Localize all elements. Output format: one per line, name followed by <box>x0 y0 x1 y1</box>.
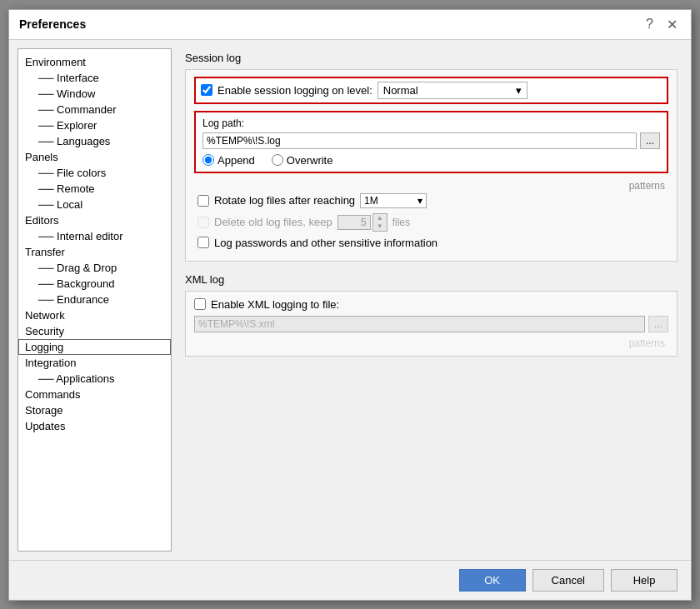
log-path-input-row: ... <box>202 132 660 149</box>
sidebar-item-remote[interactable]: ── Remote <box>18 181 171 197</box>
rotate-size-chevron: ▾ <box>418 195 422 207</box>
passwords-row: Log passwords and other sensitive inform… <box>198 237 665 249</box>
xml-path-input <box>194 316 645 332</box>
options-area: Rotate log files after reaching 1M ▾ Del… <box>194 193 668 249</box>
spin-buttons: ▲ ▼ <box>372 213 388 232</box>
passwords-label: Log passwords and other sensitive inform… <box>214 237 438 249</box>
log-path-input[interactable] <box>202 132 637 149</box>
patterns-link[interactable]: patterns <box>194 180 668 192</box>
help-button-footer[interactable]: Help <box>611 569 678 592</box>
sidebar-item-endurance[interactable]: ── Endurance <box>18 292 171 307</box>
sidebar-item-security[interactable]: Security <box>18 323 171 339</box>
session-log-header: Enable session logging on level: Normal … <box>194 77 668 104</box>
xml-browse-button[interactable]: ... <box>648 316 668 332</box>
delete-label: Delete old log files, keep <box>214 216 332 228</box>
sidebar-item-languages[interactable]: ── Languages <box>18 133 171 149</box>
log-level-dropdown[interactable]: Normal ▾ <box>378 82 528 99</box>
sidebar-item-drag-drop[interactable]: ── Drag & Drop <box>18 260 171 276</box>
main-content: Session log Enable session logging on le… <box>180 48 682 552</box>
sidebar-item-logging[interactable]: Logging <box>18 339 171 355</box>
sidebar-item-environment[interactable]: Environment <box>18 54 171 70</box>
sidebar-item-commands[interactable]: Commands <box>18 387 171 402</box>
log-path-browse-button[interactable]: ... <box>640 132 660 149</box>
enable-xml-checkbox[interactable] <box>194 298 206 310</box>
sidebar-item-commander[interactable]: ── Commander <box>18 102 171 117</box>
rotate-row: Rotate log files after reaching 1M ▾ <box>198 193 665 208</box>
sidebar-item-background[interactable]: ── Background <box>18 276 171 292</box>
sidebar-item-internal-editor[interactable]: ── Internal editor <box>18 228 171 244</box>
sidebar-item-file-colors[interactable]: ── File colors <box>18 165 171 181</box>
title-controls: ? ✕ <box>642 17 681 32</box>
sidebar: Environment── Interface── Window── Comma… <box>18 48 172 552</box>
xml-log-box: Enable XML logging to file: ... patterns <box>185 291 678 357</box>
xml-log-label: XML log <box>185 273 678 286</box>
append-label: Append <box>218 154 255 167</box>
sidebar-item-transfer[interactable]: Transfer <box>18 244 171 260</box>
overwrite-label: Overwrite <box>287 154 333 167</box>
overwrite-radio-label[interactable]: Overwrite <box>272 154 333 167</box>
rotate-checkbox[interactable] <box>198 195 209 207</box>
rotate-size-dropdown[interactable]: 1M ▾ <box>360 193 427 208</box>
xml-patterns-link: patterns <box>194 337 668 349</box>
sidebar-item-storage[interactable]: Storage <box>18 402 171 418</box>
passwords-checkbox[interactable] <box>198 237 209 248</box>
cancel-button[interactable]: Cancel <box>532 569 604 592</box>
xml-log-section: XML log Enable XML logging to file: ... … <box>185 273 678 357</box>
delete-row: Delete old log files, keep ▲ ▼ files <box>198 213 665 232</box>
log-level-value: Normal <box>383 84 418 97</box>
sidebar-item-editors[interactable]: Editors <box>18 212 171 228</box>
enable-session-checkbox[interactable] <box>201 84 212 96</box>
xml-path-row: ... <box>194 316 668 332</box>
sidebar-item-interface[interactable]: ── Interface <box>18 70 171 86</box>
log-level-row: Enable session logging on level: Normal … <box>201 82 662 99</box>
radio-row: Append Overwrite <box>202 154 660 167</box>
sidebar-item-window[interactable]: ── Window <box>18 86 171 102</box>
sidebar-item-applications[interactable]: ── Applications <box>18 371 171 387</box>
overwrite-radio[interactable] <box>272 154 283 166</box>
help-button[interactable]: ? <box>642 17 657 32</box>
sidebar-item-explorer[interactable]: ── Explorer <box>18 117 171 133</box>
log-level-chevron: ▾ <box>516 84 522 97</box>
sidebar-item-local[interactable]: ── Local <box>18 197 171 212</box>
log-path-label: Log path: <box>202 117 660 129</box>
title-bar: Preferences ? ✕ <box>9 10 691 40</box>
rotate-size-value: 1M <box>364 195 378 207</box>
append-radio[interactable] <box>202 154 214 166</box>
spin-group: ▲ ▼ <box>338 213 388 232</box>
sidebar-item-network[interactable]: Network <box>18 307 171 323</box>
dialog-footer: OK Cancel Help <box>9 560 691 600</box>
session-log-box: Enable session logging on level: Normal … <box>185 69 678 262</box>
sidebar-item-updates[interactable]: Updates <box>18 418 171 434</box>
close-button[interactable]: ✕ <box>663 17 681 32</box>
session-log-label: Session log <box>185 52 678 64</box>
sidebar-item-integration[interactable]: Integration <box>18 355 171 371</box>
dialog-title: Preferences <box>19 17 86 31</box>
ok-button[interactable]: OK <box>459 569 526 592</box>
append-radio-label[interactable]: Append <box>202 154 255 167</box>
delete-checkbox[interactable] <box>198 217 209 228</box>
xml-enable-row: Enable XML logging to file: <box>194 298 668 311</box>
files-label: files <box>392 217 410 228</box>
spin-up-button[interactable]: ▲ <box>373 214 387 222</box>
delete-count-input[interactable] <box>338 215 371 230</box>
preferences-dialog: Preferences ? ✕ Environment── Interface─… <box>8 9 692 601</box>
rotate-label: Rotate log files after reaching <box>214 194 355 207</box>
sidebar-item-panels[interactable]: Panels <box>18 149 171 165</box>
dialog-body: Environment── Interface── Window── Comma… <box>9 40 691 560</box>
spin-down-button[interactable]: ▼ <box>373 222 387 231</box>
session-log-section: Session log Enable session logging on le… <box>185 52 678 262</box>
enable-xml-label: Enable XML logging to file: <box>211 298 339 311</box>
log-path-group: Log path: ... Append <box>194 111 668 173</box>
enable-session-label: Enable session logging on level: <box>218 84 372 97</box>
